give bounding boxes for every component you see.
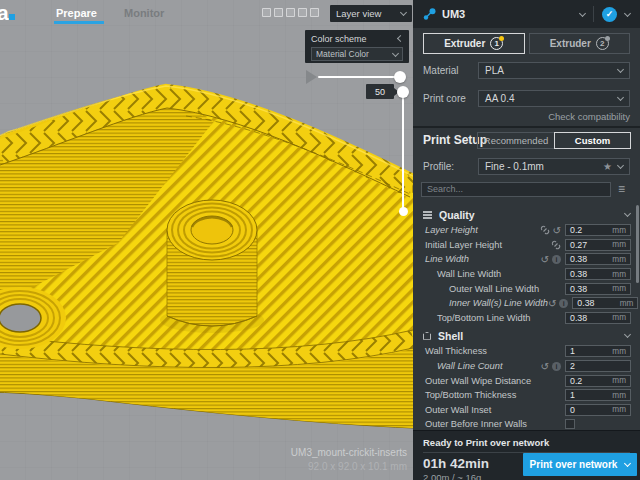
collapse-icon[interactable] <box>397 34 404 41</box>
info-icon: i <box>559 299 568 308</box>
3d-viewport[interactable]: a Prepare Monitor Layer view Color schem… <box>0 0 413 480</box>
revert-icon[interactable]: ↺ <box>541 255 549 264</box>
play-simulation-button[interactable] <box>306 70 317 84</box>
model-name: UM3_mount-crickit-inserts <box>291 447 407 458</box>
settings-list: Quality Layer Height ↺ 0.2mm Initial Lay… <box>413 202 640 430</box>
sidebar-panel: UM3 ✓ Extruder 1 Extruder 2 Material PLA… <box>413 0 640 480</box>
tab-monitor[interactable]: Monitor <box>124 7 164 19</box>
view-toolbar <box>262 8 319 17</box>
status-text: Ready to Print over network <box>423 437 630 448</box>
printer-name: UM3 <box>442 8 465 20</box>
top-bar: a Prepare Monitor Layer view <box>0 0 413 27</box>
quality-icon <box>423 211 432 219</box>
link-icon <box>540 225 550 235</box>
connection-ok-icon: ✓ <box>602 7 617 22</box>
setting-row[interactable]: Top/Bottom Line Width 0.38mm <box>413 311 640 326</box>
extruder-1-tab[interactable]: Extruder 1 <box>423 33 525 54</box>
profile-dropdown[interactable]: Fine - 0.1mm ★ <box>478 158 630 175</box>
model-dimensions: 92.0 x 92.0 x 10.1 mm <box>291 461 407 472</box>
model-info: UM3_mount-crickit-inserts 92.0 x 92.0 x … <box>291 447 407 472</box>
machine-header[interactable]: UM3 ✓ <box>413 0 640 28</box>
chevron-down-icon <box>617 162 624 169</box>
layer-slider-bottom-handle[interactable] <box>399 207 408 216</box>
view-icon-3[interactable] <box>286 8 295 17</box>
recommended-mode-button[interactable]: Recommended <box>477 132 554 149</box>
shell-icon <box>423 332 431 340</box>
color-scheme-label: Color scheme <box>311 34 367 44</box>
print-footer: Ready to Print over network 01h 42min 2.… <box>413 430 640 480</box>
custom-mode-button[interactable]: Custom <box>554 132 631 149</box>
outer-before-inner-walls-checkbox[interactable] <box>565 419 575 429</box>
layer-number-badge: 50 <box>366 84 394 99</box>
setting-row[interactable]: Wall Line Count ↺i 2 <box>413 359 640 374</box>
revert-icon[interactable]: ↺ <box>541 362 549 371</box>
view-icon-4[interactable] <box>298 8 307 17</box>
chevron-down-icon <box>400 9 407 16</box>
layer-slider-track[interactable] <box>402 92 404 212</box>
chevron-down-icon <box>617 66 624 73</box>
sliced-model-render <box>0 0 413 480</box>
material-label: Material <box>423 65 478 76</box>
layer-slider-top-handle[interactable] <box>397 86 409 98</box>
mode-segmented-control: Recommended Custom <box>477 132 631 149</box>
view-icon-1[interactable] <box>262 8 271 17</box>
setting-row[interactable]: Line Width ↺i 0.38mm <box>413 252 640 267</box>
color-scheme-dropdown[interactable]: Material Color <box>311 47 403 61</box>
setting-row[interactable]: Outer Before Inner Walls <box>413 417 640 430</box>
material-color-dot <box>605 36 610 41</box>
setting-row[interactable]: Outer Wall Line Width 0.38mm <box>413 281 640 296</box>
extruder-2-tab[interactable]: Extruder 2 <box>529 33 631 54</box>
search-input[interactable]: Search... <box>421 182 611 197</box>
view-icon-2[interactable] <box>274 8 283 17</box>
link-icon <box>551 240 561 250</box>
view-icon-5[interactable] <box>310 8 319 17</box>
profile-label: Profile: <box>423 161 478 172</box>
path-slider-handle[interactable] <box>394 71 406 83</box>
tab-prepare[interactable]: Prepare <box>56 7 97 19</box>
setting-row[interactable]: Wall Thickness 1mm <box>413 344 640 359</box>
filter-menu-icon[interactable]: ≡ <box>618 184 625 194</box>
printcore-label: Print core <box>423 93 478 104</box>
star-icon[interactable]: ★ <box>603 161 612 172</box>
section-quality[interactable]: Quality <box>413 206 640 223</box>
logo-dot-icon <box>9 14 15 20</box>
section-shell[interactable]: Shell <box>413 327 640 344</box>
chevron-down-icon <box>617 94 624 101</box>
material-color-dot <box>499 36 504 41</box>
setting-row[interactable]: Inner Wall(s) Line Width ↺i 0.38mm <box>413 296 640 311</box>
revert-icon[interactable]: ↺ <box>548 299 556 308</box>
info-icon: i <box>552 255 561 264</box>
revert-icon[interactable]: ↺ <box>553 226 561 235</box>
info-icon: i <box>552 362 561 371</box>
setting-row[interactable]: Outer Wall Inset 0mm <box>413 403 640 418</box>
check-compatibility-link[interactable]: Check compatibility <box>548 111 630 122</box>
setting-row[interactable]: Initial Layer Height 0.27mm <box>413 238 640 253</box>
print-over-network-button[interactable]: Print over network <box>523 453 637 476</box>
active-tab-underline <box>54 21 104 24</box>
material-dropdown[interactable]: PLA <box>478 62 630 79</box>
view-mode-dropdown[interactable]: Layer view <box>330 5 412 22</box>
setting-row[interactable]: Outer Wall Wipe Distance 0.2mm <box>413 373 640 388</box>
chevron-down-icon[interactable] <box>579 9 586 16</box>
cura-logo: a <box>0 1 15 25</box>
chevron-down-icon <box>624 331 631 338</box>
color-scheme-panel: Color scheme Material Color <box>305 30 409 63</box>
extruder-tabs: Extruder 1 Extruder 2 <box>423 33 630 54</box>
divider <box>593 6 594 22</box>
network-printer-icon <box>423 8 436 21</box>
chevron-down-icon <box>624 460 631 467</box>
chevron-down-icon[interactable] <box>624 9 631 16</box>
setting-row[interactable]: Layer Height ↺ 0.2mm <box>413 223 640 238</box>
setting-row[interactable]: Top/Bottom Thickness 1mm <box>413 388 640 403</box>
setting-row[interactable]: Wall Line Width 0.38mm <box>413 267 640 282</box>
printcore-dropdown[interactable]: AA 0.4 <box>478 90 630 107</box>
path-slider-track[interactable] <box>318 76 402 78</box>
chevron-down-icon <box>624 210 631 217</box>
divider <box>413 126 640 128</box>
chevron-down-icon <box>392 49 399 56</box>
settings-scrollbar[interactable] <box>636 205 639 283</box>
